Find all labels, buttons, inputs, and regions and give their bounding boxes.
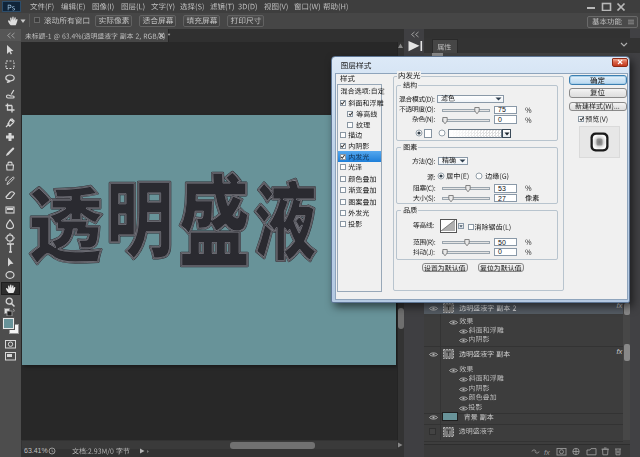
svg-text:fx: fx	[544, 448, 550, 457]
